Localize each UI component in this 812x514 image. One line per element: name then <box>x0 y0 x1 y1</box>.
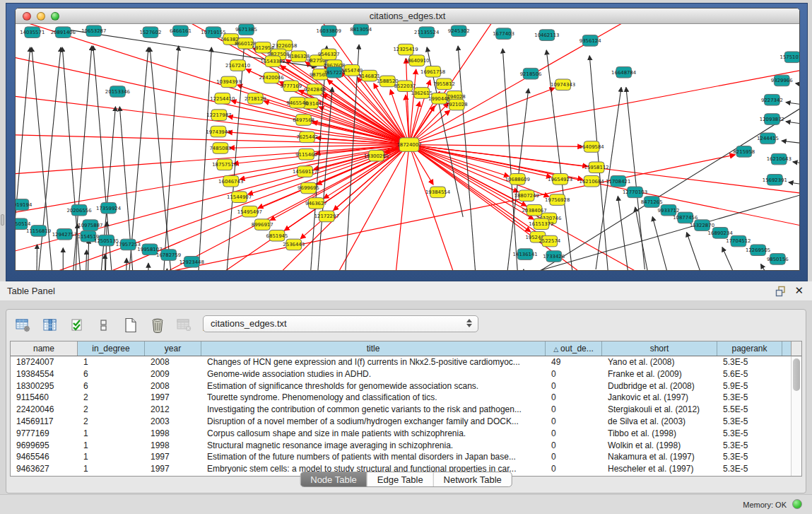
graph-node[interactable]: 9245302 <box>448 25 470 37</box>
graph-node-selected[interactable]: 12254410 <box>210 93 235 104</box>
edge[interactable] <box>167 269 167 270</box>
graph-node-selected[interactable]: 9465546 <box>286 97 308 108</box>
graph-node[interactable]: 12923448 <box>180 257 204 268</box>
column-header-in-degree[interactable]: in_degree <box>78 341 145 356</box>
float-window-icon[interactable] <box>775 286 787 297</box>
graph-node-selected[interactable]: 2536443 <box>283 239 305 250</box>
table-row[interactable]: 1830029562008Estimation of significance … <box>11 380 801 392</box>
row-height-icon[interactable] <box>94 316 114 334</box>
column-header-out-de-[interactable]: △out_de... <box>546 341 602 356</box>
graph-node[interactable]: 1527602 <box>140 27 162 38</box>
graph-node-selected[interactable]: 9463627 <box>305 198 327 209</box>
delete-trash-icon[interactable] <box>148 316 167 334</box>
graph-node-selected[interactable]: 9242848 <box>304 84 326 95</box>
graph-node-selected[interactable]: 16046743 <box>218 175 243 187</box>
graph-node-selected[interactable]: 18724007 <box>396 138 421 151</box>
table-row[interactable]: 2242004622012Investigating the contribut… <box>11 404 801 416</box>
column-header-title[interactable]: title <box>201 341 546 356</box>
graph-node[interactable]: 12093872 <box>760 114 784 125</box>
edge[interactable] <box>523 269 524 270</box>
graph-node[interactable]: 17359924 <box>96 202 121 214</box>
citation-network-graph[interactable]: 7463822866012859129542322605898275081654… <box>16 24 799 270</box>
edge[interactable] <box>793 162 799 166</box>
edge[interactable] <box>126 258 126 270</box>
graph-node[interactable]: 10877456 <box>673 212 698 223</box>
graph-node[interactable]: 7857224 <box>324 66 346 78</box>
new-table-icon[interactable] <box>121 316 141 334</box>
graph-node[interactable]: 3919194 <box>16 199 32 211</box>
edge[interactable] <box>163 46 179 270</box>
graph-node[interactable]: 15322870 <box>690 220 714 231</box>
graph-node[interactable]: 6466161 <box>170 25 192 37</box>
edge[interactable] <box>127 47 148 270</box>
graph-node[interactable]: 1677403 <box>493 28 514 40</box>
graph-node[interactable]: 20153346 <box>105 86 130 98</box>
graph-node[interactable]: 8215958 <box>733 146 755 158</box>
edge[interactable] <box>652 217 673 270</box>
graph-node-selected[interactable]: 19743943 <box>206 126 230 137</box>
vertical-scrollbar[interactable] <box>791 356 801 476</box>
graph-node-selected[interactable]: 7485083 <box>209 143 231 154</box>
edge[interactable] <box>37 245 37 270</box>
graph-node-selected[interactable]: 16409584 <box>579 141 604 153</box>
graph-node[interactable]: 10462113 <box>534 30 559 41</box>
graph-node[interactable]: 16210643 <box>767 153 792 165</box>
table-row[interactable]: 969969511998Structural magnetic resonanc… <box>11 440 801 452</box>
left-panel-collapse-handle[interactable] <box>1 214 4 226</box>
graph-node[interactable]: 1733426 <box>543 251 565 262</box>
edge[interactable] <box>786 103 799 107</box>
graph-node[interactable]: 15751074 <box>780 52 799 63</box>
graph-node[interactable]: 21135524 <box>414 27 439 38</box>
graph-node[interactable]: 8471265 <box>641 197 663 208</box>
table-row[interactable]: 977716911998Corpus callosum shape and si… <box>11 428 801 440</box>
edge[interactable] <box>409 65 799 144</box>
graph-node[interactable]: 9356124 <box>579 35 601 47</box>
graph-node[interactable]: 9671385 <box>235 24 257 35</box>
graph-node-selected[interactable]: 9546327 <box>318 49 340 60</box>
edge[interactable] <box>789 182 799 187</box>
scrollbar-thumb[interactable] <box>793 358 800 391</box>
graph-node[interactable]: 8813054 <box>350 24 372 35</box>
graph-node[interactable]: 15692391 <box>763 175 787 186</box>
edge[interactable] <box>197 47 211 270</box>
table-settings-icon[interactable] <box>13 316 33 334</box>
column-header-name[interactable]: name <box>11 341 78 356</box>
graph-node-selected[interactable]: 19384554 <box>425 187 450 198</box>
edge[interactable] <box>502 49 519 270</box>
graph-node-selected[interactable]: 10394393 <box>216 76 241 88</box>
close-icon[interactable]: ✕ <box>794 284 804 297</box>
graph-node-selected[interactable]: 2522574 <box>539 235 560 247</box>
edge[interactable] <box>722 247 743 270</box>
edge[interactable] <box>618 197 630 270</box>
graph-node[interactable]: 10975887 <box>78 220 102 231</box>
graph-node[interactable]: 9227342 <box>761 94 783 105</box>
edge[interactable] <box>687 233 708 270</box>
graph-node-selected[interactable]: 8996917 <box>252 219 273 230</box>
graph-node-selected[interactable]: 9699695 <box>298 182 319 194</box>
graph-node-selected[interactable]: 7625442 <box>296 132 318 143</box>
edge[interactable] <box>88 239 89 270</box>
graph-node-selected[interactable]: 6497568 <box>293 115 314 126</box>
graph-node[interactable]: 14035571 <box>20 27 45 38</box>
table-row[interactable]: 1872400712008Changes of HCN gene express… <box>11 356 801 368</box>
graph-node[interactable]: 20206556 <box>66 204 91 216</box>
edge[interactable] <box>409 145 799 231</box>
edge[interactable] <box>228 117 409 145</box>
edge[interactable] <box>253 145 409 270</box>
tab-node-table[interactable]: Node Table <box>300 472 367 486</box>
graph-node[interactable]: 16648784 <box>611 66 636 78</box>
edge[interactable] <box>782 141 799 145</box>
graph-node[interactable]: 16890234 <box>708 228 733 239</box>
graph-node-selected[interactable]: 12325419 <box>393 44 418 55</box>
zoom-light-icon[interactable] <box>51 12 59 21</box>
graph-node-selected[interactable]: 1921028 <box>446 99 468 110</box>
select-column-icon[interactable] <box>40 316 60 334</box>
graph-node[interactable]: 16033809 <box>317 25 341 37</box>
graph-node[interactable]: 9329966 <box>771 75 793 86</box>
graph-node-selected[interactable]: 18757516 <box>212 159 237 170</box>
edge[interactable] <box>409 145 509 177</box>
graph-node-selected[interactable]: 12172297 <box>314 211 339 222</box>
column-header-short[interactable]: short <box>602 341 717 356</box>
network-window-titlebar[interactable]: citations_edges.txt <box>16 8 799 24</box>
table-selector-dropdown[interactable]: citations_edges.txt <box>203 315 478 332</box>
